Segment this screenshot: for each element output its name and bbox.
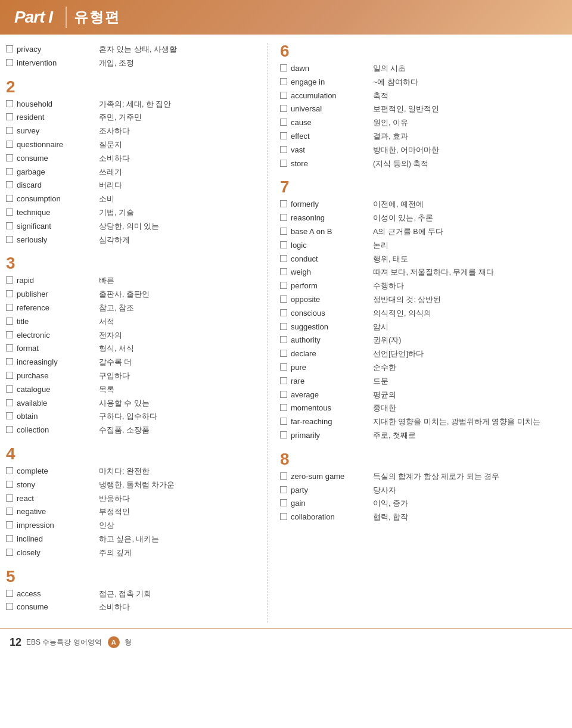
word-checkbox	[6, 304, 13, 311]
word-korean: 쓰레기	[99, 166, 122, 178]
word-checkbox	[6, 100, 13, 107]
word-checkbox	[6, 209, 13, 216]
list-item: party당사자	[280, 484, 566, 497]
list-item: opposite정반대의 것; 상반된	[280, 293, 566, 307]
word-checkbox	[6, 290, 13, 297]
vocabulary-section: 5access접근, 접촉 기회consume소비하다	[6, 568, 262, 615]
footer-suffix: 형	[125, 637, 132, 648]
word-english: reasoning	[291, 212, 368, 225]
word-english: suggestion	[291, 321, 368, 334]
word-korean: (지식 등의) 축적	[373, 158, 428, 170]
list-item: obtain구하다, 입수하다	[6, 410, 262, 424]
word-korean: 조사하다	[99, 125, 130, 137]
list-item: technique기법, 기술	[6, 206, 262, 220]
word-english: publisher	[17, 288, 94, 301]
word-checkbox	[6, 45, 13, 52]
list-item: store(지식 등의) 축적	[280, 157, 566, 171]
word-english: collection	[17, 424, 94, 437]
left-column: privacy혼자 있는 상태, 사생활intervention개입, 조정 2…	[6, 43, 268, 623]
word-english: perform	[291, 280, 368, 293]
word-korean: 접근, 접촉 기회	[99, 588, 151, 600]
word-english: impression	[17, 519, 94, 532]
footer-text: EBS 수능특강 영어영역	[26, 637, 102, 648]
word-checkbox	[6, 195, 13, 202]
word-korean: 당사자	[373, 484, 396, 496]
list-item: engage in~에 참여하다	[280, 76, 566, 89]
word-english: privacy	[17, 43, 94, 56]
word-korean: 하고 싶은, 내키는	[99, 533, 159, 545]
list-item: collaboration협력, 합작	[280, 511, 566, 524]
word-checkbox	[280, 513, 287, 520]
list-item: catalogue목록	[6, 383, 262, 397]
list-item: declare선언[단언]하다	[280, 347, 566, 361]
list-item: publisher출판사, 출판인	[6, 288, 262, 301]
word-korean: 소비하다	[99, 153, 130, 164]
word-korean: 부정적인	[99, 506, 130, 518]
list-item: privacy혼자 있는 상태, 사생활	[6, 43, 262, 57]
word-english: cause	[291, 117, 368, 129]
word-checkbox	[280, 472, 287, 480]
word-checkbox	[280, 336, 287, 343]
right-column: 6dawn일의 시초engage in~에 참여하다accumulation축적…	[268, 43, 566, 623]
word-checkbox	[6, 412, 13, 419]
word-english: gain	[291, 497, 368, 510]
list-item: survey조사하다	[6, 125, 262, 138]
list-item: intervention개입, 조정	[6, 57, 262, 70]
list-item: consume소비하다	[6, 601, 262, 614]
word-checkbox	[6, 481, 13, 488]
word-checkbox	[6, 467, 13, 474]
word-checkbox	[6, 521, 13, 528]
word-korean: 이성이 있는, 추론	[373, 212, 433, 224]
word-checkbox	[280, 486, 287, 493]
list-item: household가족의; 세대, 한 집안	[6, 98, 262, 111]
word-checkbox	[280, 119, 287, 126]
list-item: pure순수한	[280, 361, 566, 375]
word-checkbox	[6, 590, 13, 597]
word-korean: 축적	[373, 90, 388, 102]
word-korean: 형식, 서식	[99, 343, 134, 354]
list-item: consumption소비	[6, 192, 262, 206]
footer-badge: A	[108, 636, 120, 648]
list-item: base A on BA의 근거를 B에 두다	[280, 225, 566, 239]
word-list: complete마치다; 완전한stony냉랭한, 돌처럼 차가운react반응…	[6, 465, 262, 560]
word-checkbox	[280, 282, 287, 289]
word-english: far-reaching	[291, 416, 368, 428]
word-english: title	[17, 316, 94, 328]
word-korean: 수행하다	[373, 280, 404, 292]
list-item: inclined하고 싶은, 내키는	[6, 533, 262, 546]
section-number: 8	[280, 451, 566, 468]
word-checkbox	[280, 200, 287, 207]
word-checkbox	[280, 391, 287, 398]
word-korean: 개입, 조정	[99, 57, 134, 69]
word-korean: 혼자 있는 상태, 사생활	[99, 43, 177, 55]
word-checkbox	[6, 344, 13, 351]
list-item: vast방대한, 어마어마한	[280, 144, 566, 157]
word-korean: 가족의; 세대, 한 집안	[99, 98, 171, 110]
list-item: universal보편적인, 일반적인	[280, 102, 566, 116]
word-korean: 일의 시초	[373, 63, 406, 74]
word-korean: ~에 참여하다	[373, 76, 418, 88]
list-item: reasoning이성이 있는, 추론	[280, 211, 566, 225]
word-english: consumption	[17, 193, 94, 206]
word-korean: 결과, 효과	[373, 130, 408, 142]
list-item: garbage쓰레기	[6, 166, 262, 179]
word-english: negative	[17, 506, 94, 518]
vocabulary-section: 3rapid빠른publisher출판사, 출판인reference참고, 참조…	[6, 255, 262, 437]
word-english: access	[17, 588, 94, 601]
page-number: 12	[10, 634, 21, 651]
word-english: logic	[291, 239, 368, 252]
list-item: reference참고, 참조	[6, 301, 262, 315]
list-item: perform수행하다	[280, 279, 566, 293]
word-checkbox	[280, 377, 287, 384]
list-item: complete마치다; 완전한	[6, 465, 262, 478]
list-item: significant상당한, 의미 있는	[6, 220, 262, 234]
word-korean: 중대한	[373, 402, 396, 414]
word-checkbox	[280, 268, 287, 275]
word-korean: 권위(자)	[373, 334, 401, 346]
word-korean: 반응하다	[99, 493, 130, 505]
word-english: obtain	[17, 410, 94, 423]
word-checkbox	[280, 255, 287, 262]
list-item: access접근, 접촉 기회	[6, 587, 262, 601]
list-item: resident주민, 거주민	[6, 111, 262, 125]
word-korean: 소비하다	[99, 601, 130, 613]
